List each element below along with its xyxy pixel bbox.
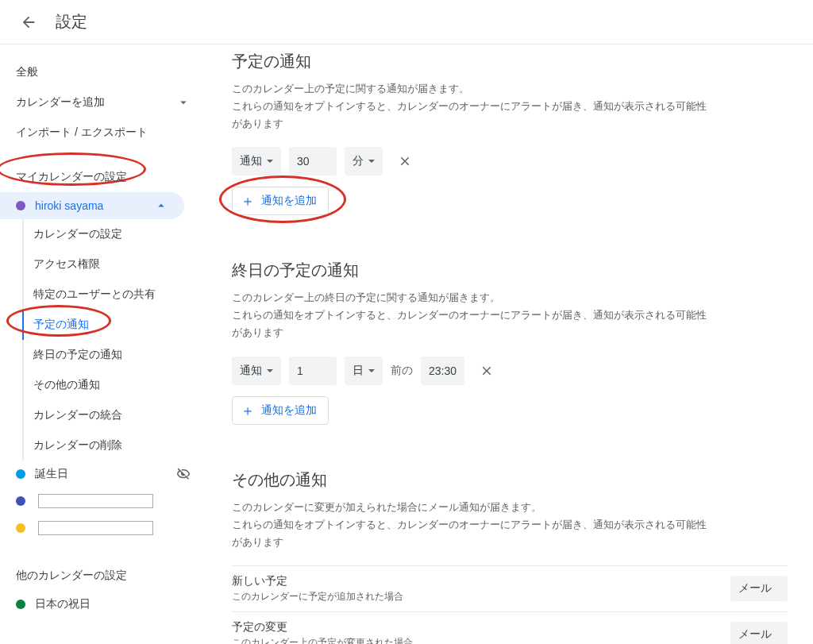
notification-method-picker[interactable]: 通知 — [232, 357, 281, 385]
row-title: 新しい予定 — [232, 574, 730, 588]
close-icon — [398, 154, 412, 168]
calendar-item-birthday[interactable]: 誕生日 — [0, 461, 206, 488]
section-title: その他の通知 — [232, 469, 788, 491]
section-description: このカレンダー上の予定に関する通知が届きます。 これらの通知をオプトインすると、… — [232, 80, 708, 133]
subnav-delete[interactable]: カレンダーの削除 — [24, 430, 206, 461]
subnav-event-notifications[interactable]: 予定の通知 — [22, 310, 206, 340]
row-desc: このカレンダーに予定が追加された場合 — [232, 590, 730, 604]
sidebar-section-other-calendars: 他のカレンダーの設定 — [0, 561, 206, 591]
notification-unit-picker[interactable]: 日 — [345, 357, 383, 385]
row-title: 予定の変更 — [232, 620, 730, 634]
sidebar-item-import-export[interactable]: インポート / エクスポート — [0, 118, 206, 148]
notification-method-picker[interactable]: 通知 — [232, 147, 281, 175]
remove-notification-button[interactable] — [472, 357, 501, 385]
subnav-access[interactable]: アクセス権限 — [24, 249, 206, 280]
plus-icon: ＋ — [241, 401, 255, 420]
sidebar-item-add-calendar[interactable]: カレンダーを追加 — [0, 87, 206, 118]
page-title: 設定 — [56, 11, 87, 33]
dropdown-icon — [267, 369, 273, 372]
subnav-share[interactable]: 特定のユーザーとの共有 — [24, 280, 206, 310]
chevron-down-icon — [176, 95, 191, 110]
close-icon — [480, 364, 494, 378]
sidebar-item-label: 全般 — [16, 65, 38, 79]
subnav-integrate[interactable]: カレンダーの統合 — [24, 400, 206, 430]
calendar-color-dot — [16, 201, 25, 210]
calendar-item-redacted-1[interactable] — [0, 488, 206, 515]
main-content: 予定の通知 このカレンダー上の予定に関する通知が届きます。 これらの通知をオプト… — [206, 44, 813, 644]
add-button-label: 通知を追加 — [261, 403, 317, 418]
notification-channel-picker[interactable]: メール — [730, 576, 788, 601]
section-description: このカレンダーに変更が加えられた場合にメール通知が届きます。 これらの通知をオプ… — [232, 499, 708, 551]
back-button[interactable] — [13, 6, 44, 38]
sidebar-section-label: マイカレンダーの設定 — [16, 170, 127, 184]
dropdown-icon — [368, 160, 375, 163]
visibility-off-icon — [176, 467, 191, 481]
subnav-calendar-settings[interactable]: カレンダーの設定 — [24, 219, 206, 249]
notification-channel-picker[interactable]: メール — [730, 622, 788, 644]
other-notification-row: 予定の変更 このカレンダー上の予定が変更された場合 メール — [232, 611, 788, 644]
plus-icon: ＋ — [241, 191, 255, 210]
calendar-color-dot — [16, 523, 25, 533]
add-notification-button[interactable]: ＋ 通知を追加 — [232, 187, 329, 215]
calendar-color-dot — [16, 469, 25, 479]
subnav-other-notifications[interactable]: その他の通知 — [24, 370, 206, 400]
arrow-left-icon — [20, 13, 37, 31]
before-label: 前の — [391, 364, 413, 378]
other-notification-row: 新しい予定 このカレンダーに予定が追加された場合 メール — [232, 565, 788, 611]
calendar-color-dot — [16, 600, 25, 609]
sidebar: 全般 カレンダーを追加 インポート / エクスポート マイカレンダーの設定 hi… — [0, 44, 206, 644]
add-button-label: 通知を追加 — [261, 194, 317, 208]
calendar-subnav: カレンダーの設定 アクセス権限 特定のユーザーとの共有 予定の通知 終日の予定の… — [22, 219, 206, 461]
notification-row: 通知 分 — [232, 147, 788, 175]
calendar-color-dot — [16, 496, 25, 506]
sidebar-section-my-calendars: マイカレンダーの設定 — [0, 162, 206, 192]
calendar-item-active[interactable]: hiroki sayama — [0, 192, 184, 219]
notification-value-input[interactable] — [289, 147, 337, 175]
dropdown-icon — [267, 160, 273, 163]
settings-header: 設定 — [0, 0, 813, 44]
notification-row: 通知 日 前の 23:30 — [232, 357, 788, 385]
calendar-item-holidays[interactable]: 日本の祝日 — [0, 591, 206, 618]
sidebar-item-general[interactable]: 全般 — [0, 57, 206, 87]
row-desc: このカレンダー上の予定が変更された場合 — [232, 636, 730, 644]
section-description: このカレンダー上の終日の予定に関する通知が届きます。 これらの通知をオプトインす… — [232, 289, 708, 341]
section-title: 終日の予定の通知 — [232, 260, 788, 281]
redacted-label — [38, 521, 153, 535]
sidebar-section-label: 他のカレンダーの設定 — [16, 569, 127, 583]
calendar-name-label: hiroki sayama — [35, 199, 103, 212]
section-title: 予定の通知 — [232, 51, 788, 72]
dropdown-icon — [368, 369, 375, 372]
sidebar-item-label: カレンダーを追加 — [16, 95, 105, 110]
notification-unit-picker[interactable]: 分 — [345, 147, 383, 175]
notification-value-input[interactable] — [289, 357, 337, 385]
other-notification-list: 新しい予定 このカレンダーに予定が追加された場合 メール 予定の変更 このカレン… — [232, 565, 788, 644]
section-allday-notifications: 終日の予定の通知 このカレンダー上の終日の予定に関する通知が届きます。 これらの… — [232, 260, 788, 424]
subnav-allday-notifications[interactable]: 終日の予定の通知 — [24, 340, 206, 370]
section-event-notifications: 予定の通知 このカレンダー上の予定に関する通知が届きます。 これらの通知をオプト… — [232, 51, 788, 215]
calendar-name-label: 誕生日 — [35, 467, 68, 481]
sidebar-item-label: インポート / エクスポート — [16, 125, 148, 140]
calendar-item-redacted-2[interactable] — [0, 515, 206, 542]
add-notification-button[interactable]: ＋ 通知を追加 — [232, 396, 329, 425]
remove-notification-button[interactable] — [391, 147, 419, 175]
section-other-notifications: その他の通知 このカレンダーに変更が加えられた場合にメール通知が届きます。 これ… — [232, 469, 788, 644]
calendar-name-label: 日本の祝日 — [35, 597, 91, 611]
redacted-label — [38, 494, 153, 508]
chevron-up-icon — [154, 199, 168, 213]
notification-time-picker[interactable]: 23:30 — [421, 357, 464, 385]
